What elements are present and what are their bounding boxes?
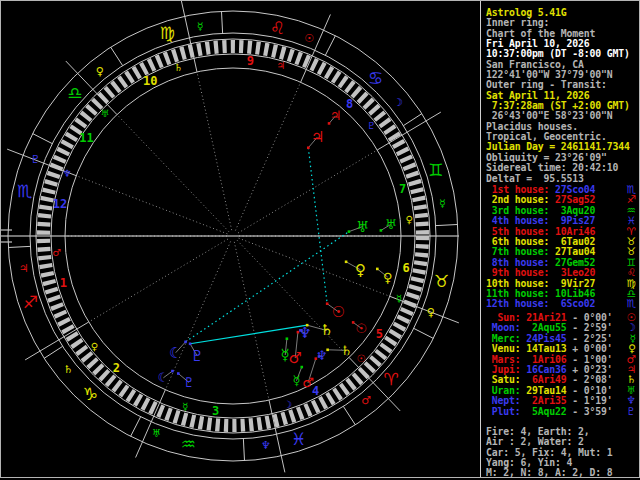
house-ruler-icon-2: ♀ xyxy=(91,341,98,352)
planet-icon: ♇ xyxy=(627,406,636,416)
planet-velocity: + 0°23' xyxy=(572,364,612,375)
house-number-3: 3 xyxy=(212,404,219,418)
planet-position-value: 2Aqu55 xyxy=(526,322,572,333)
header-text: Chart of the Moment xyxy=(486,28,595,39)
planet-position-dot-venus-outer xyxy=(376,268,379,271)
planet-position-value: 16Can36 xyxy=(526,364,572,375)
house-label: 5th house: xyxy=(486,226,555,237)
header-text: DeltaT = 95.5513 xyxy=(486,173,584,184)
totals-text: M: 2, N: 8, A: 2, D: 8 xyxy=(486,467,612,478)
house-ruler-icon-9: ♃ xyxy=(276,60,285,71)
planet-velocity: + 0°00' xyxy=(572,343,612,354)
house-number-6: 6 xyxy=(402,261,409,275)
planet-glyph-venus-outer: ♀ xyxy=(383,270,393,285)
sign-boundary xyxy=(221,11,222,33)
header-text: 122°41'00"W 37°79'00"N xyxy=(486,69,612,80)
planet-glyph-jupiter-outer: ♃ xyxy=(330,108,342,123)
house-cusp-spoke xyxy=(237,240,349,357)
element-totals: Fire: 4, Earth: 2,Air : 2, Water: 2Car: … xyxy=(486,427,638,479)
planet-glyph-jupiter-inner: ♃ xyxy=(311,128,324,146)
house-ruler-icon-6: ☿ xyxy=(396,293,402,304)
planet-velocity: - 2°08' xyxy=(572,374,612,385)
sign-glyph-capricorn: ♑ xyxy=(83,384,98,404)
sign-boundary xyxy=(325,36,335,56)
house-ruler-icon-8: ♇ xyxy=(367,120,376,131)
header-text: Sidereal time: 20:42:10 xyxy=(486,162,618,173)
sign-ruler-icon-taurus: ♀ xyxy=(427,306,435,319)
sign-ruler-icon-leo: ☉ xyxy=(304,32,314,45)
sign-boundary xyxy=(243,439,244,461)
sign-ruler-icon-gemini: ☿ xyxy=(439,197,446,210)
planet-position-value: 14Tau13 xyxy=(526,343,572,354)
sign-boundary xyxy=(403,114,421,126)
planet-label: Nept: xyxy=(486,395,526,406)
sign-boundary xyxy=(436,224,458,225)
house-cusp-spoke xyxy=(235,82,300,230)
house-cusp-value: 27Tau04 xyxy=(555,246,595,257)
sign-glyph-sagittarius: ♐ xyxy=(23,292,38,312)
house-cusp-value: 10Lib46 xyxy=(555,288,595,299)
house-number-2: 2 xyxy=(113,361,120,375)
planet-glyph-pluto-inner: ♇ xyxy=(190,347,203,365)
sign-ruler-icon-capricorn: ♄ xyxy=(63,363,73,376)
planet-position-value: 1Ari06 xyxy=(526,354,572,365)
house-cusp-value: 6Sco02 xyxy=(555,298,595,309)
planet-position-value: 24Pis45 xyxy=(526,333,572,344)
house-ruler-icon-5: ☉ xyxy=(357,353,366,364)
planet-label: Mars: xyxy=(486,354,526,365)
planet-glyph-neptune-inner: ♆ xyxy=(298,324,311,342)
planet-velocity: - 0°10' xyxy=(572,385,612,396)
planet-row: Plut: 5Aqu22 - 3°59'♇ xyxy=(486,407,638,417)
house-number-8: 8 xyxy=(346,97,353,111)
sign-glyph-virgo: ♍ xyxy=(160,23,175,43)
planet-position-value: 2Ari35 xyxy=(526,395,572,406)
planet-velocity: - 1°19' xyxy=(572,395,612,406)
planet-label: Sun: xyxy=(486,312,526,323)
header-text: 7:37:28am (ST +2:00 GMT) xyxy=(486,100,630,111)
house-cusp-spoke xyxy=(89,239,228,322)
sign-boundary xyxy=(343,406,355,424)
planet-position-dot-mercury-inner xyxy=(286,337,289,340)
house-cusp-value: 9Pis27 xyxy=(555,215,595,226)
house-label: 9th house: xyxy=(486,267,555,278)
planet-position-dot-sun-inner xyxy=(326,302,329,305)
header-text: Obliquity = 23°26'09" xyxy=(486,152,607,163)
house-number-12: 12 xyxy=(53,197,67,211)
planet-position-value: 6Ari49 xyxy=(526,374,572,385)
planet-label: Moon: xyxy=(486,322,526,333)
house-ruler-icon-11: ♅ xyxy=(100,108,109,119)
planet-glyph-venus-inner: ♀ xyxy=(355,261,366,279)
planet-table: Sun: 21Ari21 - 0°00'☉ Moon: 2Aqu55 - 2°5… xyxy=(486,313,638,417)
house-label: 2nd house: xyxy=(486,194,555,205)
planet-glyph-uranus-outer: ♅ xyxy=(385,217,397,232)
house-cusp-spoke xyxy=(165,241,230,389)
planet-position-dot-jupiter-inner xyxy=(307,146,310,149)
aspect-line-jupiter-sun xyxy=(308,148,327,304)
header-text: Tropical, Geocentric. xyxy=(486,131,607,142)
planet-position-value: 5Aqu22 xyxy=(526,406,572,417)
house-cusp-value: 3Leo20 xyxy=(555,267,595,278)
header-text: San Francisco, CA xyxy=(486,59,584,70)
sign-glyph-pisces: ♓ xyxy=(291,429,306,449)
house-cusp-spoke xyxy=(197,72,232,230)
house-number-10: 10 xyxy=(143,74,157,88)
planet-label: Jupi: xyxy=(486,364,526,375)
planet-position-dot-uranus-outer xyxy=(380,229,383,232)
house-number-9: 9 xyxy=(247,54,254,68)
totals-text: Yang: 6, Yin: 4 xyxy=(486,457,572,468)
sign-ruler-icon-cancer: ☽ xyxy=(393,96,403,109)
totals-text: Car: 5, Fix: 4, Mut: 1 xyxy=(486,447,612,458)
house-cusp-spoke xyxy=(234,242,269,400)
house-ruler-icon-4: ☽ xyxy=(283,399,292,410)
house-ruler-icon-7: ♀ xyxy=(406,214,413,225)
totals-text: Fire: 4, Earth: 2, xyxy=(486,426,589,437)
house-ruler-icon-12: ♆ xyxy=(63,168,72,179)
chart-wheel: ♈♂♉♀♊☿♋☽♌☉♍☿♎♀♏♇♐♃♑♄♒♅♓♆1♂2♀3☿4☽5☉6☿7♀8♇… xyxy=(0,0,482,480)
sign-boundary xyxy=(131,417,141,437)
planet-glyph-mars-outer: ♂ xyxy=(302,375,314,390)
house-cusp-spoke xyxy=(117,115,229,232)
planet-glyph-saturn-inner: ♄ xyxy=(320,321,333,339)
house-label: 10th house: xyxy=(486,278,555,289)
sign-glyph-aquarius: ♒ xyxy=(181,434,196,454)
house-number-11: 11 xyxy=(79,131,93,145)
